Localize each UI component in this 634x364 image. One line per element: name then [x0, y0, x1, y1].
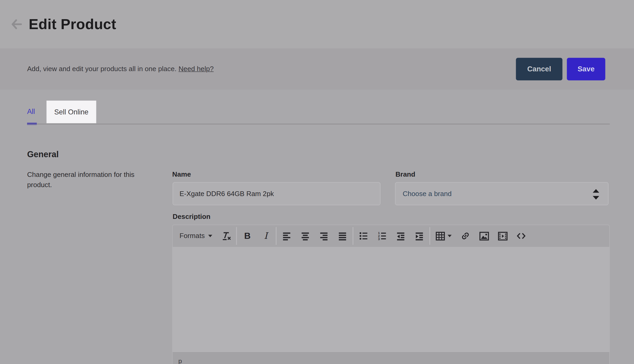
svg-text:B: B [244, 231, 251, 241]
save-button[interactable]: Save [567, 58, 605, 80]
brand-select[interactable]: Choose a brand [395, 182, 609, 205]
cancel-button[interactable]: Cancel [516, 58, 562, 80]
chevron-down-icon [208, 235, 212, 237]
toolbar-separator [276, 227, 277, 245]
align-right-icon [319, 231, 329, 241]
image-icon [479, 231, 489, 240]
formats-dropdown-label: Formats [180, 232, 205, 240]
media-icon [497, 231, 507, 240]
page-title: Edit Product [29, 16, 116, 33]
info-banner: Add, view and edit your products all in … [0, 49, 634, 90]
justify-button[interactable] [333, 227, 352, 245]
chevron-down-icon [448, 235, 451, 237]
edit-product-page: Edit Product Add, view and edit your pro… [0, 0, 634, 364]
svg-text:2: 2 [378, 235, 380, 238]
tab-divider [27, 124, 610, 124]
brand-label: Brand [396, 171, 415, 179]
italic-icon: I [261, 231, 271, 241]
clear-formatting-icon [221, 231, 232, 241]
source-code-button[interactable] [512, 227, 531, 245]
outdent-icon [396, 231, 406, 241]
align-left-icon [282, 231, 292, 241]
toolbar-separator [429, 227, 430, 245]
insert-media-button[interactable] [493, 227, 512, 245]
need-help-link[interactable]: Need help? [179, 65, 214, 73]
svg-text:3: 3 [378, 238, 380, 241]
table-icon [435, 231, 445, 240]
indent-icon [414, 231, 424, 241]
toolbar-separator [236, 227, 237, 245]
code-icon [516, 231, 526, 240]
bullet-list-button[interactable] [354, 227, 373, 245]
name-input[interactable] [173, 182, 380, 205]
editor-status-bar: p [173, 352, 609, 364]
banner-message: Add, view and edit your products all in … [27, 65, 176, 73]
chevron-down-icon [593, 196, 599, 199]
align-center-icon [300, 231, 310, 241]
indent-button[interactable] [410, 227, 429, 245]
page-header: Edit Product [0, 0, 634, 49]
bold-icon: B [242, 231, 252, 241]
align-right-button[interactable] [315, 227, 333, 245]
justify-icon [337, 231, 347, 241]
align-center-button[interactable] [296, 227, 315, 245]
link-icon [460, 231, 471, 241]
back-arrow-icon [10, 17, 23, 31]
select-spinner-icons [593, 183, 599, 206]
svg-text:I: I [264, 231, 269, 241]
insert-image-button[interactable] [475, 227, 493, 245]
outdent-button[interactable] [391, 227, 410, 245]
description-editor-body[interactable] [173, 247, 609, 352]
editor-element-path: p [178, 357, 182, 364]
toolbar-separator [352, 227, 353, 245]
clear-formatting-button[interactable] [217, 227, 235, 245]
general-section-heading: General [27, 150, 59, 159]
chevron-up-icon [593, 189, 599, 193]
numbered-list-button[interactable]: 1 2 3 [373, 227, 391, 245]
bold-button[interactable]: B [238, 227, 256, 245]
brand-select-value: Choose a brand [403, 190, 451, 198]
description-label: Description [173, 213, 210, 221]
italic-button[interactable]: I [256, 227, 275, 245]
back-button[interactable] [10, 17, 23, 31]
insert-link-button[interactable] [456, 227, 475, 245]
tab-all[interactable]: All [27, 108, 35, 116]
align-left-button[interactable] [277, 227, 296, 245]
tab-sell-online[interactable]: Sell Online [46, 101, 96, 123]
description-editor: Formats B [172, 225, 610, 364]
table-button[interactable] [431, 227, 456, 245]
numbered-list-icon: 1 2 3 [377, 231, 387, 241]
editor-toolbar: Formats B [173, 225, 609, 247]
name-label: Name [172, 171, 191, 179]
formats-dropdown[interactable]: Formats [180, 232, 217, 240]
tab-sell-online-label: Sell Online [54, 108, 89, 116]
general-section-description: Change general information for this prod… [27, 170, 154, 190]
svg-text:1: 1 [378, 231, 380, 235]
bullet-list-icon [359, 231, 368, 241]
